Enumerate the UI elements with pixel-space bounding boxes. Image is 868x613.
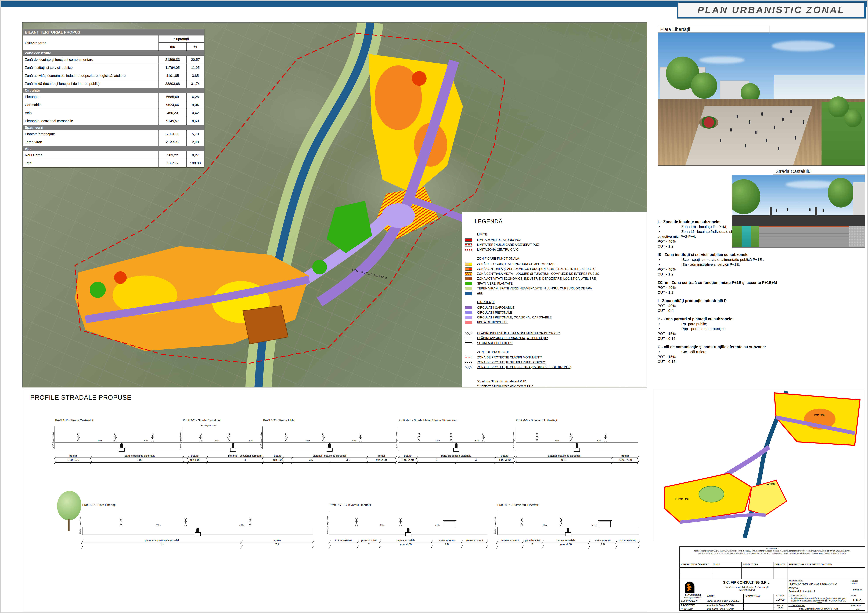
zone-rule-line: CUT - 1,2 <box>657 272 794 277</box>
company-address: str. Berzei, nr. 20, Sector 1, București <box>706 585 787 588</box>
legend-item-label: CIRCULAȚII CAROSABILE <box>477 306 515 310</box>
street-profile: Profil 5-5' - Piața LibertățiiLimită de … <box>82 503 313 547</box>
legend-footnote-1: *Conform Studiu Istoric aferent PUZ <box>477 379 644 383</box>
bilant-cell-pct: 3,85 <box>187 72 204 80</box>
bilant-title: BILANȚ TERITORIAL PROPUS <box>23 29 204 36</box>
bilant-col-suprafata: Suprafață <box>159 36 204 43</box>
faza-label: FAZA: <box>850 594 865 598</box>
tree <box>691 73 717 99</box>
legend-item: SITURI ARHEOLOGICE** <box>465 341 644 345</box>
inset-zoning-plan[interactable]: P+M (8m) P - P+M (8m) P+1E (9m) <box>654 389 865 540</box>
faza-value: P.U.Z. <box>850 598 865 602</box>
person-figure <box>569 433 573 443</box>
company-reg: J40/292/2006 <box>706 588 787 591</box>
legend-swatch-icon <box>465 366 472 369</box>
bilant-cell-pct: 6,28 <box>187 93 204 101</box>
bilant-cell-mp: 6685,69 <box>159 93 187 101</box>
bilant-row: Carosabile9624,669,04 <box>23 101 204 109</box>
zone-rule-title: C - căi de comunicație și construcțiile … <box>657 345 794 349</box>
bilant-row: Zonă instituții și servicii publice11764… <box>23 64 204 72</box>
dimension-values-row: 9,512.90 - 7.00 <box>516 458 638 463</box>
role-name: Asist. dr. urb. Matei COCHECI <box>706 599 743 604</box>
nume-header: NUME: <box>706 594 743 599</box>
dimension-value <box>330 542 358 547</box>
legend: LEGENDĂ LIMITELIMITA ZONEI DE STUDIU PUZ… <box>462 212 647 387</box>
bilant-cell-mp: 2.644,42 <box>159 138 187 146</box>
zone-rule-title: ZC_m - Zona centrală cu funcțiuni mixte … <box>657 280 794 285</box>
verif-empty <box>773 567 787 573</box>
tree <box>844 110 862 127</box>
dimension-value: 5.00 <box>91 458 188 463</box>
legend-item: CLĂDIRI INCLUSE ÎN LISTA MONUMENTELOR IS… <box>465 331 644 335</box>
profile-dimensions: trotuar existentpiste biciclistiparte ca… <box>330 537 487 547</box>
bilant-cell-mp: 4101,85 <box>159 72 187 80</box>
legend-group-heading: LIMITE <box>477 233 644 236</box>
verif-empty <box>680 567 711 573</box>
titlu-proiect-cell: TITLU PROIECT: Modernizarea transportulu… <box>787 594 850 604</box>
person-figure <box>227 433 231 443</box>
person-figure <box>399 518 402 527</box>
bilant-cell-mp: 21899,83 <box>159 56 187 63</box>
bilant-cell-mp: 9624,66 <box>159 101 187 109</box>
person-figure <box>520 518 524 527</box>
person-figure <box>227 433 231 442</box>
scara-value: 1:2.000 <box>773 598 787 601</box>
legend-item-label: CIRCULAȚII PIETONALE <box>477 311 512 314</box>
proiect-cell: Proiect numar: 62/2020 <box>850 579 865 594</box>
verif-empty <box>711 567 741 573</box>
slope-label: 1% ▸ <box>555 440 560 442</box>
legend-item: TEREN VIRAN, SPAȚII VERZI NEAMENAJATE ÎN… <box>465 287 644 290</box>
person-silhouette <box>809 208 811 211</box>
inset-overlay <box>654 389 865 540</box>
inset-zone-s <box>748 480 787 515</box>
legend-item-label: TEREN VIRAN, SPAȚII VERZI NEAMENAJATE ÎN… <box>477 287 592 290</box>
zone-rule-line: POT - 40% <box>657 267 794 272</box>
legend-swatch-icon <box>465 316 472 319</box>
slope-label: ◂ 1% <box>239 524 244 526</box>
dimension-value: 3,5 <box>330 458 367 463</box>
spatii-verzi <box>327 201 372 253</box>
slope-label: ◂ 1% <box>435 524 440 526</box>
person-figure <box>604 433 607 443</box>
person-figure <box>399 518 402 528</box>
bilant-cell-mp: 283,22 <box>159 151 187 159</box>
dimension-value: 3 <box>417 458 456 463</box>
scara-label: SCARA: <box>773 594 787 597</box>
verif-empty <box>680 573 711 579</box>
sheet-title-box: PLAN URBANISTIC ZONAL <box>677 1 866 19</box>
person-silhouette <box>790 110 792 113</box>
legend-group-heading: CIRCULAȚII <box>477 300 644 304</box>
legend-item-label: LIMITA TERENULUI CARE A GENERAT PUZ <box>477 243 539 247</box>
bilant-cell-label: Carosabile <box>23 101 159 109</box>
bilant-cell-label: Ape <box>23 146 204 151</box>
legend-swatch-icon <box>465 361 472 364</box>
legend-item: LIMITA ZONĂ CENTRU CIVIC <box>465 248 644 252</box>
dimension-values-row: 1.00-2.255.00 <box>55 458 188 463</box>
slope-label: ◂ 1% <box>144 440 148 442</box>
verif-header: CERINTA <box>773 562 787 567</box>
legend-swatch-icon <box>465 311 472 314</box>
slope-label: 1% ▸ <box>215 440 220 442</box>
property-limit-label: Limită de proprietate <box>513 426 515 449</box>
bilant-col-pct: % <box>187 43 204 51</box>
person-figure <box>560 518 563 527</box>
plansa-label: Plansa Nr: <box>850 604 865 607</box>
legend-group-heading: ZONIFICARE FUNCȚIONALĂ <box>477 257 644 260</box>
person-figure <box>199 433 202 442</box>
legend-item-label: LIMITA ZONEI DE STUDIU PUZ <box>477 238 521 242</box>
person-figure <box>535 433 539 443</box>
legend-item-label: CIRCULAȚII PIETONALE, OCAZIONAL CAROSABI… <box>477 316 552 319</box>
plaza-path <box>685 106 812 166</box>
person-figure <box>359 433 362 442</box>
dimension-value: 2.90 - 7.00 <box>612 458 638 463</box>
dimension-segment-label: statie autobuz <box>432 537 462 542</box>
verif-empty <box>787 573 865 579</box>
zone-interes-public <box>412 71 426 86</box>
dimension-labels-row: trotuarpietonal - ocazional carosabiltro… <box>263 453 396 458</box>
legend-swatch-icon <box>465 263 472 266</box>
profile-drawing: Limită de proprietate1% ▸◂ 1% <box>55 424 188 450</box>
street-profile: Profil 4-4' - Strada Maior Stanga Mircea… <box>398 419 514 463</box>
verif-empty <box>711 573 741 579</box>
legend-item: ZONĂ DE PROTECȚIE SITURI ARHEOLOGICE** <box>465 361 644 364</box>
legend-group-heading: ZONE DE PROTECȚIE <box>477 350 644 354</box>
